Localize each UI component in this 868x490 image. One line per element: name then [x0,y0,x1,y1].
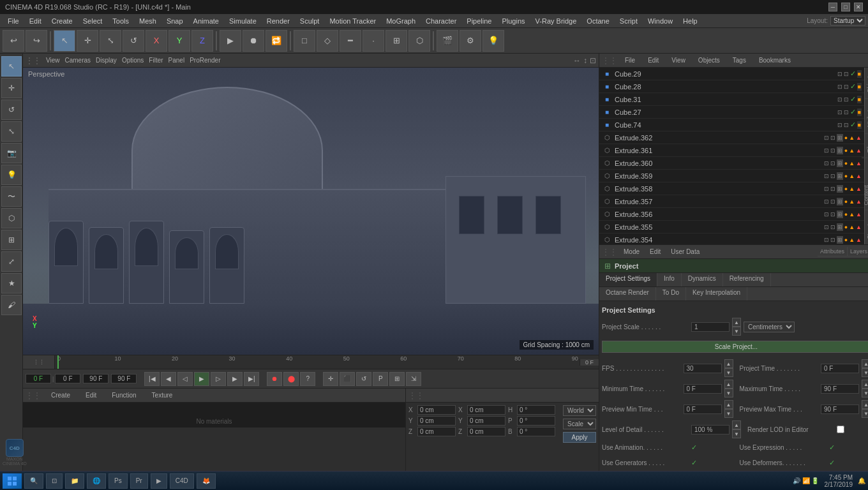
deform-tool[interactable]: ⤢ [1,251,22,272]
minimize-button[interactable]: ─ [828,3,837,11]
mat-create[interactable]: Create [46,390,75,400]
start-button[interactable] [3,473,22,489]
prevmax-up[interactable]: ▲ [862,400,868,409]
prevmin-down[interactable]: ▼ [724,409,733,418]
menu-window[interactable]: Window [643,16,678,26]
tab-key-interp[interactable]: Key Interpolation [686,287,747,301]
active-flag[interactable]: ✓ [850,70,856,78]
menu-create[interactable]: Create [47,16,78,26]
paint-tool[interactable]: 🖌 [1,295,22,315]
render-flag[interactable]: ⊡ [830,135,835,141]
photoshop-btn[interactable]: Ps [108,473,128,489]
vp-menu-view[interactable]: View [46,57,60,64]
vp-icon-1[interactable]: ↔ [573,56,581,65]
menu-sculpt[interactable]: Sculpt [295,16,325,26]
loop-btn[interactable]: 🔁 [266,30,287,52]
rotate-tool-left[interactable]: ↺ [1,100,22,120]
render-flag[interactable]: ⊡ [830,198,835,205]
render-flag[interactable]: ⊡ [844,84,849,90]
vp-menu-panel[interactable]: Panel [168,57,185,64]
vis-flag[interactable]: ⊡ [824,211,829,218]
viewport-3d[interactable]: X Y Perspective Grid Spacing : 1000 cm [23,68,599,355]
poly-mode[interactable]: ◇ [317,30,338,52]
render-flag[interactable]: ⊡ [830,147,835,154]
tab-dynamics[interactable]: Dynamics [682,273,723,286]
list-item[interactable]: ⬡ Extrude.360 ⊡ ⊡ ⊞ ● ▲ ▲ [599,157,864,170]
mintime-down[interactable]: ▼ [724,389,733,397]
z-size-input[interactable] [467,427,505,436]
scale-down-btn[interactable]: ▼ [732,327,741,336]
lod-input[interactable] [691,425,730,434]
render-flag[interactable]: ⊡ [830,211,835,218]
go-to-end-btn[interactable]: ▶| [244,372,259,386]
next-key-btn[interactable]: ▷ [211,372,226,386]
list-item[interactable]: ⬡ Extrude.362 ⊡ ⊡ ⊞ ● ▲ ▲ [599,131,864,144]
scale-up-btn[interactable]: ▲ [732,318,741,327]
obj-objects-menu[interactable]: Objects [693,56,725,65]
mintime-up[interactable]: ▲ [724,380,733,389]
premiere-btn[interactable]: Pr [130,473,148,489]
render-flag[interactable]: ⊡ [830,160,835,167]
projtime-down[interactable]: ▼ [862,368,868,377]
p-rot-input[interactable] [517,416,555,426]
props-v-tab-attributes[interactable]: Attributes [818,247,848,256]
frame-btn[interactable]: ⬛ [340,372,355,386]
mark-btn[interactable]: P [373,372,388,386]
vp-icon-3[interactable]: ⊡ [590,56,596,65]
vis-flag[interactable]: ⊡ [824,160,829,167]
light-btn[interactable]: 💡 [483,30,504,52]
loop-transport-btn[interactable]: ↺ [356,372,371,386]
subdivision-tool[interactable]: ⊞ [1,230,22,250]
vp-icon-2[interactable]: ↕ [583,56,587,65]
snap-transport-btn[interactable]: ✛ [323,372,338,386]
v-tab-structure[interactable]: Structure [865,210,869,244]
preview-max-input[interactable] [821,405,859,414]
z-axis[interactable]: Z [191,30,213,52]
menu-script[interactable]: Script [615,16,643,26]
menu-edit[interactable]: Edit [24,16,47,26]
vp-menu-options[interactable]: Options [122,57,144,64]
list-item[interactable]: ■ Cube.29 ⊡ ⊡ ✓ ■ [599,68,864,80]
next-frame-btn[interactable]: ▶ [227,372,243,386]
scale-project-button[interactable]: Scale Project... [602,341,868,353]
render-flag[interactable]: ⊡ [844,71,849,77]
play-fwd-btn[interactable]: ▶ [194,372,209,386]
move-tool-left[interactable]: ✛ [1,78,22,98]
current-frame-field[interactable]: 0 F [26,374,51,383]
project-time-input[interactable] [821,364,859,373]
list-item[interactable]: ⬡ Extrude.357 ⊡ ⊡ ⊞ ● ▲ ▲ [599,195,864,208]
mat-function[interactable]: Function [107,390,141,400]
vis-flag[interactable]: ⊡ [824,237,829,243]
v-tab-attributes[interactable]: Attributes [865,98,869,133]
x-pos-input[interactable] [417,405,456,415]
fps-up[interactable]: ▲ [724,359,733,368]
menu-octane[interactable]: Octane [581,16,614,26]
vis-flag[interactable]: ⊡ [824,224,829,230]
use-def-check[interactable]: ✓ [829,459,835,467]
playhead[interactable] [57,355,59,369]
list-item[interactable]: ⬡ Extrude.356 ⊡ ⊡ ⊞ ● ▲ ▲ [599,208,864,221]
list-item[interactable]: ■ Cube.31 ⊡ ⊡ ✓ ■ [599,93,864,106]
x-size-input[interactable] [467,405,505,415]
list-item[interactable]: ■ Cube.27 ⊡ ⊡ ✓ ■ [599,106,864,119]
object-mode[interactable]: □ [294,30,315,52]
menu-character[interactable]: Character [421,16,461,26]
vp-menu-display[interactable]: Display [96,57,117,64]
play-btn[interactable]: ▶ [220,30,241,52]
prevmax-down[interactable]: ▼ [862,409,868,418]
spline-tool[interactable]: 〜 [1,186,22,207]
y-pos-input[interactable] [417,416,456,426]
grid-btn[interactable]: ⊞ [389,372,405,386]
maximize-button[interactable]: □ [841,3,850,11]
record-btn[interactable]: ⏺ [243,30,264,52]
task-view-button[interactable]: ⊡ [46,473,63,489]
auto-key-btn[interactable]: ⬤ [283,372,299,386]
menu-mograph[interactable]: MoGraph [381,16,421,26]
x-axis[interactable]: X [146,30,167,52]
projtime-up[interactable]: ▲ [862,359,868,368]
h-rot-input[interactable] [517,405,555,415]
menu-snap[interactable]: Snap [161,16,188,26]
list-item[interactable]: ⬡ Extrude.361 ⊡ ⊡ ⊞ ● ▲ ▲ [599,144,864,157]
render-btn[interactable]: 🎬 [437,30,458,52]
record-btn-2[interactable]: ⏺ [267,372,282,386]
